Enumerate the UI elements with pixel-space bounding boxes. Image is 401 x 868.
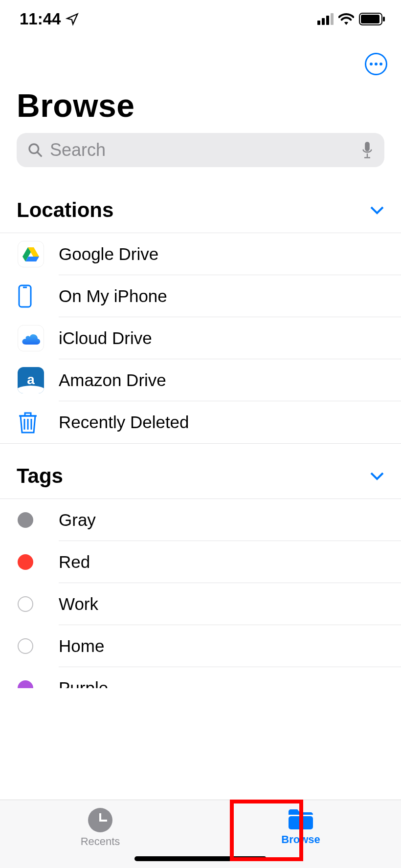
icloud-icon: [18, 325, 44, 351]
svg-rect-2: [383, 17, 385, 22]
battery-icon: [359, 13, 386, 25]
tag-work[interactable]: Work: [0, 583, 401, 625]
tag-dot-icon: [18, 638, 33, 654]
tags-header[interactable]: Tags: [0, 444, 401, 499]
clock-icon: [88, 808, 112, 832]
home-indicator[interactable]: [134, 856, 267, 861]
svg-line-4: [37, 152, 42, 156]
cellular-signal-icon: [317, 13, 334, 25]
search-input[interactable]: [50, 140, 354, 160]
tag-home[interactable]: Home: [0, 625, 401, 667]
wifi-icon: [338, 13, 354, 25]
status-time: 11:44: [20, 10, 61, 28]
location-google-drive[interactable]: Google Drive: [0, 233, 401, 275]
tab-bar: Recents Browse: [0, 800, 401, 868]
tag-dot-icon: [18, 554, 33, 570]
status-bar: 11:44: [0, 0, 401, 38]
svg-rect-11: [19, 285, 31, 307]
locations-list: Google Drive On My iPhone: [0, 233, 401, 444]
location-on-my-iphone[interactable]: On My iPhone: [0, 275, 401, 317]
search-container: [0, 133, 401, 178]
top-actions: [0, 38, 401, 82]
list-item-label: Home: [59, 625, 401, 667]
search-field[interactable]: [17, 133, 384, 167]
list-item-label: Recently Deleted: [59, 401, 401, 443]
page-title: Browse: [0, 82, 401, 133]
locations-header[interactable]: Locations: [0, 178, 401, 233]
tab-label: Recents: [81, 835, 120, 848]
microphone-icon[interactable]: [361, 141, 374, 159]
list-item-label: On My iPhone: [59, 275, 401, 317]
location-icloud-drive[interactable]: iCloud Drive: [0, 317, 401, 359]
list-item-label: Red: [59, 541, 401, 583]
location-amazon-drive[interactable]: a Amazon Drive: [0, 359, 401, 401]
tag-dot-icon: [18, 596, 33, 612]
chevron-down-icon: [370, 471, 384, 481]
tags-list: Gray Red Work Home Purple: [0, 499, 401, 688]
status-left: 11:44: [20, 10, 79, 28]
svg-point-3: [29, 144, 39, 153]
more-dot-icon: [370, 63, 373, 65]
tag-purple[interactable]: Purple: [0, 667, 401, 688]
location-arrow-icon: [66, 12, 79, 26]
chevron-down-icon: [370, 205, 384, 215]
more-dot-icon: [379, 63, 382, 65]
trash-icon: [18, 411, 38, 434]
tag-gray[interactable]: Gray: [0, 499, 401, 541]
status-right: [317, 13, 386, 25]
list-item-label: Work: [59, 583, 401, 625]
svg-rect-1: [361, 15, 379, 23]
svg-rect-5: [365, 142, 370, 151]
locations-title: Locations: [17, 198, 113, 222]
svg-rect-17: [289, 816, 313, 829]
list-item-label: Gray: [59, 499, 401, 541]
tag-dot-icon: [18, 512, 33, 528]
list-item-label: Purple: [59, 667, 401, 688]
more-dot-icon: [375, 63, 378, 65]
tag-red[interactable]: Red: [0, 541, 401, 583]
list-item-label: iCloud Drive: [59, 317, 401, 359]
tab-label: Browse: [281, 833, 320, 846]
list-item-label: Amazon Drive: [59, 359, 401, 401]
folder-icon: [287, 808, 315, 830]
google-drive-icon: [18, 241, 44, 267]
iphone-icon: [18, 284, 32, 308]
tag-dot-icon: [18, 680, 33, 688]
tags-title: Tags: [17, 464, 63, 488]
more-options-button[interactable]: [365, 53, 387, 75]
search-icon: [27, 142, 43, 158]
location-recently-deleted[interactable]: Recently Deleted: [0, 401, 401, 443]
list-item-label: Google Drive: [59, 233, 401, 275]
amazon-drive-icon: a: [18, 367, 44, 393]
